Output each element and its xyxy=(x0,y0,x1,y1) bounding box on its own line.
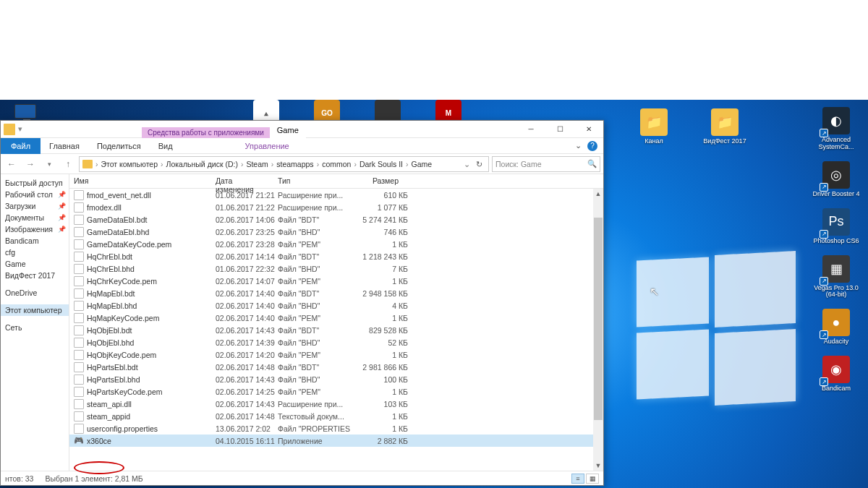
explorer-window[interactable]: ▾ Средства работы с приложениями Game ─ … xyxy=(0,120,604,486)
file-row[interactable]: fmod_event_net.dll01.06.2017 21:21Расшир… xyxy=(69,189,603,201)
nav-item[interactable]: Сеть xyxy=(1,322,69,333)
breadcrumb-separator-icon: › xyxy=(271,160,274,168)
file-row[interactable]: userconfig.properties13.06.2017 2:02Файл… xyxy=(69,422,603,435)
titlebar[interactable]: ▾ Средства работы с приложениями Game ─ … xyxy=(1,121,603,138)
nav-item[interactable]: Game xyxy=(1,258,69,270)
nav-forward-button[interactable]: → xyxy=(22,156,38,172)
app-icon: ◐↗ xyxy=(822,107,850,134)
breadcrumb-segment[interactable]: common xyxy=(322,160,351,168)
view-tab[interactable]: Вид xyxy=(150,140,182,153)
manage-tab[interactable]: Управление xyxy=(237,140,298,153)
nav-item[interactable]: cfg xyxy=(1,247,69,258)
file-row[interactable]: HqMapEbl.bhd02.06.2017 14:40Файл "BHD"4 … xyxy=(69,299,603,312)
nav-back-button[interactable]: ← xyxy=(4,156,20,172)
nav-item[interactable]: Документы📌 xyxy=(1,212,69,223)
col-date[interactable]: Дата изменения xyxy=(211,174,273,188)
file-name: GameDataEbl.bhd xyxy=(87,228,216,236)
view-details-button[interactable]: ≡ xyxy=(571,474,584,484)
file-size: 103 КБ xyxy=(350,400,408,408)
address-dropdown-icon[interactable]: ⌄ xyxy=(464,160,470,168)
scroll-down-icon[interactable]: ▼ xyxy=(593,461,603,471)
file-row[interactable]: HqPartsEbl.bdt02.06.2017 14:48Файл "BDT"… xyxy=(69,361,603,373)
desktop-shortcut[interactable]: ◉↗Bandicam xyxy=(812,356,861,393)
file-row[interactable]: HqChrEbl.bhd01.06.2017 22:32Файл "BHD"7 … xyxy=(69,262,603,275)
file-row[interactable]: 🎮x360ce04.10.2015 16:11Приложение2 882 К… xyxy=(69,435,603,447)
app-icon: Ps↗ xyxy=(822,208,850,236)
file-row[interactable]: HqObjKeyCode.pem02.06.2017 14:20Файл "PE… xyxy=(69,348,603,361)
file-row[interactable]: GameDataEbl.bhd02.06.2017 23:25Файл "BHD… xyxy=(69,226,603,238)
col-name[interactable]: Имя xyxy=(69,174,211,188)
file-row[interactable]: steam_api.dll02.06.2017 14:43Расширение … xyxy=(69,398,603,410)
share-tab[interactable]: Поделиться xyxy=(88,140,150,153)
view-tiles-button[interactable]: ▦ xyxy=(586,474,599,484)
desktop-shortcut[interactable]: ●↗Audacity xyxy=(812,309,861,346)
file-tab[interactable]: Файл xyxy=(1,138,41,154)
search-input[interactable]: Поиск: Game 🔍 xyxy=(492,156,600,172)
file-icon xyxy=(74,362,84,372)
file-row[interactable]: GameDataKeyCode.pem02.06.2017 23:28Файл … xyxy=(69,238,603,250)
breadcrumb-segment[interactable]: Game xyxy=(412,160,433,168)
breadcrumb-segment[interactable]: Локальный диск (D:) xyxy=(166,160,238,168)
file-row[interactable]: HqPartsEbl.bhd02.06.2017 14:43Файл "BHD"… xyxy=(69,373,603,385)
file-row[interactable]: HqObjEbl.bdt02.06.2017 14:43Файл "BDT"82… xyxy=(69,324,603,336)
nav-item[interactable]: OneDrive xyxy=(1,287,69,299)
file-type: Файл "PEM" xyxy=(278,314,350,322)
file-icon xyxy=(74,301,84,311)
desktop-shortcut[interactable]: Ps↗Photoshop CS6 xyxy=(812,208,861,245)
nav-item[interactable]: Изображения📌 xyxy=(1,223,69,235)
vertical-scrollbar[interactable]: ▲ ▼ xyxy=(593,189,603,471)
desktop-shortcut[interactable]: ◎↗Driver Booster 4 xyxy=(812,161,861,198)
desktop-shortcut[interactable]: ▦↗Vegas Pro 13.0 (64-bit) xyxy=(812,255,861,299)
file-row[interactable]: steam_appid02.06.2017 14:48Текстовый док… xyxy=(69,410,603,422)
file-row[interactable]: HqObjEbl.bhd02.06.2017 14:39Файл "BHD"52… xyxy=(69,336,603,348)
desktop-shortcut[interactable]: ◐↗Advanced SystemCa... xyxy=(812,107,861,151)
nav-item[interactable]: Быстрый доступ xyxy=(1,177,69,189)
nav-item[interactable]: Этот компьютер xyxy=(1,304,69,316)
desktop-folder-vidfest[interactable]: 📁 ВидФест 2017 xyxy=(700,108,749,145)
file-list[interactable]: Имя Дата изменения Тип Размер fmod_event… xyxy=(69,174,603,471)
address-bar[interactable]: ›Этот компьютер›Локальный диск (D:)›Stea… xyxy=(79,156,489,172)
desktop-mid-icons: 📁 Канал 📁 ВидФест 2017 xyxy=(629,108,749,145)
icon-label: Advanced SystemCa... xyxy=(812,137,861,151)
breadcrumb-segment[interactable]: Этот компьютер xyxy=(101,160,158,168)
file-row[interactable]: HqMapKeyCode.pem02.06.2017 14:40Файл "PE… xyxy=(69,312,603,324)
help-icon[interactable]: ? xyxy=(587,141,597,151)
icon-label: Audacity xyxy=(824,338,849,346)
nav-item[interactable]: ВидФест 2017 xyxy=(1,270,69,281)
column-headers[interactable]: Имя Дата изменения Тип Размер xyxy=(69,174,603,189)
maximize-button[interactable]: ☐ xyxy=(545,121,574,138)
ribbon-expand-icon[interactable]: ⌄ xyxy=(575,141,582,150)
minimize-button[interactable]: ─ xyxy=(516,121,545,138)
file-icon xyxy=(74,215,84,225)
nav-item[interactable]: Загрузки📌 xyxy=(1,200,69,212)
file-row[interactable]: HqMapEbl.bdt02.06.2017 14:40Файл "BDT"2 … xyxy=(69,287,603,299)
desktop[interactable]: ⟁ GO M 📁 Канал 📁 ВидФест 2017 ◐↗Advanced… xyxy=(0,100,868,488)
scrollbar-thumb[interactable] xyxy=(594,218,603,420)
status-bar: нтов: 33 Выбран 1 элемент: 2,81 МБ ≡ ▦ xyxy=(1,471,603,485)
breadcrumb-segment[interactable]: steamapps xyxy=(276,160,313,168)
file-row[interactable]: HqChrEbl.bdt02.06.2017 14:14Файл "BDT"1 … xyxy=(69,250,603,262)
file-type: Файл "PEM" xyxy=(278,388,350,396)
file-row[interactable]: HqPartsKeyCode.pem02.06.2017 14:25Файл "… xyxy=(69,385,603,398)
nav-pane[interactable]: Быстрый доступРабочий стол📌Загрузки📌Доку… xyxy=(1,174,69,471)
nav-recent-button[interactable]: ▾ xyxy=(41,156,57,172)
scroll-up-icon[interactable]: ▲ xyxy=(593,189,603,199)
file-row[interactable]: fmodex.dll01.06.2017 21:22Расширение при… xyxy=(69,201,603,213)
desktop-folder-channel[interactable]: 📁 Канал xyxy=(629,108,678,145)
icon-label: Vegas Pro 13.0 (64-bit) xyxy=(812,285,861,299)
file-name: HqMapKeyCode.pem xyxy=(87,314,216,322)
breadcrumb-segment[interactable]: Steam xyxy=(246,160,268,168)
breadcrumb-segment[interactable]: Dark Souls II xyxy=(359,160,403,168)
close-button[interactable]: ✕ xyxy=(574,121,603,138)
nav-item[interactable]: Рабочий стол📌 xyxy=(1,189,69,200)
file-type: Расширение при... xyxy=(278,191,350,200)
file-row[interactable]: HqChrKeyCode.pem02.06.2017 14:07Файл "PE… xyxy=(69,275,603,287)
refresh-icon[interactable]: ↻ xyxy=(476,160,482,168)
nav-up-button[interactable]: ↑ xyxy=(60,156,76,172)
icon-label: Bandicam xyxy=(822,385,851,393)
nav-item[interactable]: Bandicam xyxy=(1,235,69,247)
home-tab[interactable]: Главная xyxy=(41,140,88,153)
col-size[interactable]: Размер xyxy=(346,174,404,188)
file-row[interactable]: GameDataEbl.bdt02.06.2017 14:06Файл "BDT… xyxy=(69,213,603,226)
col-type[interactable]: Тип xyxy=(273,174,346,188)
